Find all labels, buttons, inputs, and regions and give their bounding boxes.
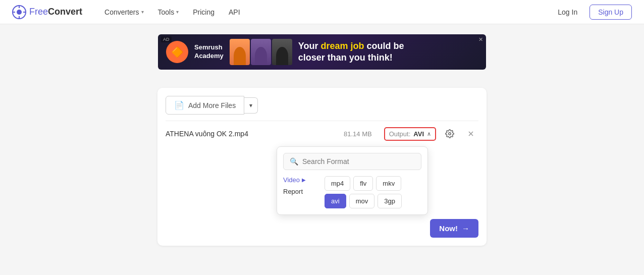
add-files-button[interactable]: 📄 Add More Files [166,96,244,115]
search-format-input[interactable] [302,157,415,166]
ad-label: AD [161,36,172,42]
output-label: Output: [389,130,411,138]
format-buttons: mp4flvmkvavimov3gp [325,176,421,208]
add-files-bar: 📄 Add More Files ▾ [166,96,478,115]
add-files-dropdown-button[interactable]: ▾ [244,97,258,114]
ad-banner: AD ✕ 🔶 SemrushAcademy Your dream job cou… [158,34,486,70]
svg-point-1 [17,10,22,15]
add-files-icon: 📄 [174,100,184,110]
file-name: ATHENA vuông OK 2.mp4 [166,130,338,138]
file-size: 81.14 MB [344,130,372,138]
report-category[interactable]: Report [283,188,318,195]
nav-pricing[interactable]: Pricing [187,5,221,19]
file-row: ATHENA vuông OK 2.mp4 81.14 MB Output: A… [166,121,478,146]
signup-button[interactable]: Sign Up [589,5,632,20]
output-value: AVI [413,130,424,138]
format-btn-flv[interactable]: flv [353,176,373,191]
format-btn-3gp[interactable]: 3gp [378,194,402,208]
header-actions: Log In Sign Up [552,5,632,20]
search-box: 🔍 [283,153,421,170]
convert-now-button[interactable]: Now! → [430,219,478,238]
format-btn-avi[interactable]: avi [325,194,346,208]
ad-close-button[interactable]: ✕ [478,36,483,43]
header: FreeConvert Converters ▾ Tools ▾ Pricing… [0,0,644,24]
output-selector[interactable]: Output: AVI ∧ [384,127,436,141]
format-btn-mkv[interactable]: mkv [376,176,401,191]
svg-point-6 [449,133,451,135]
logo-icon [12,5,26,19]
main-nav: Converters ▾ Tools ▾ Pricing API [98,5,552,19]
format-dropdown-content: 🔍 Video ▶ Report mp4flvmkvavimov3gp [277,146,428,215]
nav-tools[interactable]: Tools ▾ [152,5,185,19]
converters-chevron-icon: ▾ [141,9,144,15]
ad-logo: 🔶 [166,41,188,63]
converter-box: 📄 Add More Files ▾ ATHENA vuông OK 2.mp4… [157,88,487,246]
login-button[interactable]: Log In [552,5,583,19]
nav-api[interactable]: API [223,5,246,19]
ad-text: Your dream job could becloser than you t… [298,40,478,64]
settings-button[interactable] [442,126,457,141]
remove-file-button[interactable] [463,126,478,141]
format-section: Video ▶ Report mp4flvmkvavimov3gp [283,176,421,208]
output-chevron-icon: ∧ [427,131,431,137]
format-dropdown-panel: 🔍 Video ▶ Report mp4flvmkvavimov3gp [166,146,478,238]
format-btn-mp4[interactable]: mp4 [325,176,350,191]
ad-highlight: dream job [320,41,364,51]
logo[interactable]: FreeConvert [12,5,82,19]
ad-people [230,39,292,65]
main-content: 📄 Add More Files ▾ ATHENA vuông OK 2.mp4… [145,80,499,254]
logo-free: Free [29,7,48,17]
video-category[interactable]: Video ▶ [283,176,318,184]
logo-convert: Convert [48,7,82,17]
tools-chevron-icon: ▾ [176,9,179,15]
video-chevron-icon: ▶ [302,177,306,183]
ad-brand-name: SemrushAcademy [194,43,224,61]
format-btn-mov[interactable]: mov [349,194,375,208]
search-icon: 🔍 [290,157,298,166]
format-categories: Video ▶ Report [283,176,318,208]
nav-converters[interactable]: Converters ▾ [98,5,149,19]
